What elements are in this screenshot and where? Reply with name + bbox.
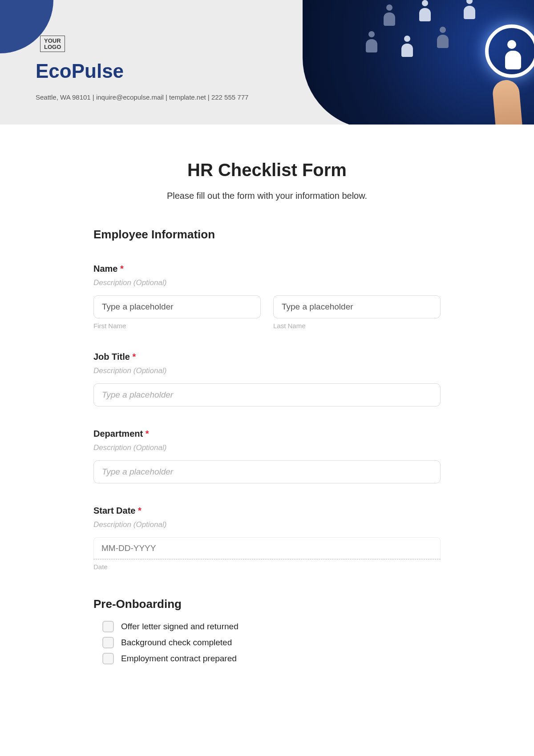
- field-name: Name * Description (Optional) First Name…: [93, 264, 441, 330]
- department-label: Department *: [93, 429, 441, 439]
- header-hero-image: [303, 0, 534, 125]
- job-title-description: Description (Optional): [93, 366, 441, 375]
- checklist-label: Employment contract prepared: [121, 654, 237, 664]
- name-description: Description (Optional): [93, 278, 441, 287]
- preonboarding-checklist: Offer letter signed and returned Backgro…: [93, 621, 441, 664]
- job-title-label: Job Title *: [93, 352, 441, 362]
- contact-info: Seattle, WA 98101 | inquire@ecopulse.mai…: [36, 93, 248, 101]
- required-asterisk: *: [132, 352, 136, 362]
- selected-person-icon: [485, 24, 534, 78]
- document-header: YOUR LOGO EcoPulse Seattle, WA 98101 | i…: [0, 0, 534, 125]
- checklist-item: Offer letter signed and returned: [93, 621, 441, 632]
- job-title-input[interactable]: [93, 383, 441, 406]
- department-input[interactable]: [93, 460, 441, 483]
- start-date-sublabel: Date: [93, 563, 441, 571]
- logo-placeholder: YOUR LOGO: [40, 36, 65, 52]
- start-date-label: Start Date *: [93, 506, 441, 516]
- start-date-description: Description (Optional): [93, 520, 441, 529]
- form-subtitle: Please fill out the form with your infor…: [93, 191, 441, 201]
- field-job-title: Job Title * Description (Optional): [93, 352, 441, 406]
- job-title-label-text: Job Title: [93, 352, 130, 362]
- start-date-input[interactable]: [93, 537, 441, 559]
- checkbox[interactable]: [102, 637, 114, 648]
- required-asterisk: *: [120, 264, 124, 273]
- logo-line1: YOUR: [44, 38, 61, 44]
- form-title: HR Checklist Form: [93, 160, 441, 180]
- field-department: Department * Description (Optional): [93, 429, 441, 483]
- form-container: HR Checklist Form Please fill out the fo…: [67, 125, 467, 687]
- pointing-finger: [492, 79, 523, 125]
- checkbox[interactable]: [102, 653, 114, 664]
- required-asterisk: *: [138, 506, 142, 515]
- name-label-text: Name: [93, 264, 117, 273]
- required-asterisk: *: [146, 429, 149, 438]
- field-start-date: Start Date * Description (Optional) Date: [93, 506, 441, 571]
- checklist-item: Employment contract prepared: [93, 653, 441, 664]
- checklist-label: Background check completed: [121, 638, 232, 647]
- section-preonboarding-heading: Pre-Onboarding: [93, 597, 441, 611]
- logo-line2: LOGO: [44, 44, 61, 50]
- first-name-input[interactable]: [93, 295, 261, 318]
- checkbox[interactable]: [102, 621, 114, 632]
- section-employee-heading: Employee Information: [93, 228, 441, 241]
- first-name-sublabel: First Name: [93, 322, 261, 330]
- checklist-item: Background check completed: [93, 637, 441, 648]
- department-description: Description (Optional): [93, 443, 441, 452]
- name-label: Name *: [93, 264, 441, 274]
- start-date-label-text: Start Date: [93, 506, 135, 515]
- brand-name: EcoPulse: [36, 60, 124, 82]
- checklist-label: Offer letter signed and returned: [121, 622, 239, 631]
- department-label-text: Department: [93, 429, 143, 438]
- last-name-sublabel: Last Name: [273, 322, 441, 330]
- last-name-input[interactable]: [273, 295, 441, 318]
